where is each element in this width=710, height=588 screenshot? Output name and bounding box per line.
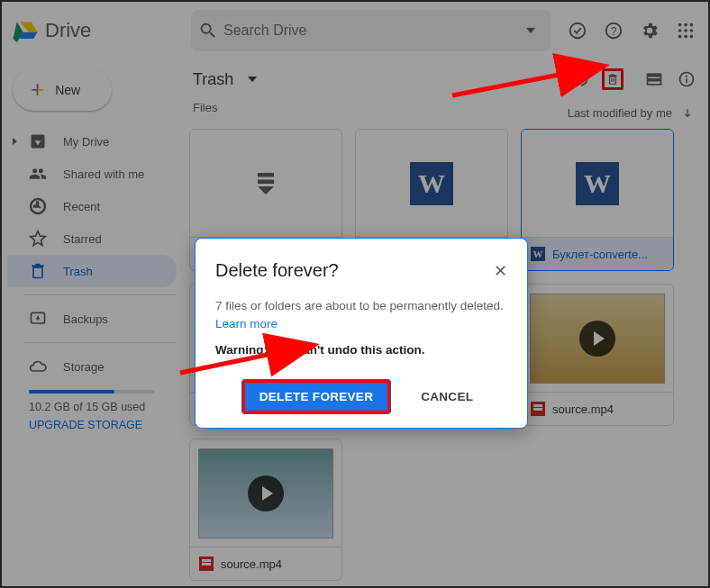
file-card[interactable]: source.mp4 xyxy=(521,284,674,426)
clock-icon xyxy=(29,197,47,215)
new-button[interactable]: + New xyxy=(13,68,112,111)
sidebar-item-label: Backups xyxy=(63,312,108,326)
delete-forever-button[interactable]: DELETE FOREVER xyxy=(242,380,390,413)
close-icon[interactable]: ✕ xyxy=(494,261,507,281)
sidebar-item-label: Storage xyxy=(63,360,105,374)
word-icon: W xyxy=(576,162,619,205)
restore-icon[interactable] xyxy=(569,68,591,90)
chevron-down-icon xyxy=(248,77,257,82)
svg-rect-25 xyxy=(258,179,274,184)
file-card[interactable]: source.mp4 xyxy=(189,439,342,581)
search-input[interactable] xyxy=(218,23,517,39)
cancel-button[interactable]: CANCEL xyxy=(414,380,480,413)
play-icon xyxy=(248,475,284,511)
logo[interactable]: Drive xyxy=(11,19,191,42)
sidebar-item-label: Trash xyxy=(63,265,93,278)
sort-control[interactable]: Last modified by me xyxy=(557,99,705,123)
word-icon: W xyxy=(410,162,453,205)
file-name: source.mp4 xyxy=(552,403,614,416)
svg-point-13 xyxy=(690,35,694,39)
backups-icon xyxy=(29,310,47,328)
new-label: New xyxy=(55,83,80,97)
location-label: Trash xyxy=(193,70,233,89)
cloud-icon xyxy=(29,357,47,375)
file-thumbnail xyxy=(190,130,341,238)
app-header: Drive ? xyxy=(2,2,708,59)
file-name: Буклет-converte... xyxy=(552,248,648,261)
sidebar-item-mydrive[interactable]: My Drive xyxy=(7,125,177,158)
apps-icon[interactable] xyxy=(676,21,696,41)
dialog-warning: Warning: You can't undo this action. xyxy=(215,343,507,357)
dialog-body: 7 files or folders are about to be perma… xyxy=(215,297,507,334)
file-thumbnail xyxy=(522,285,673,393)
toolbar: Trash xyxy=(186,59,705,99)
sidebar-item-storage[interactable]: Storage xyxy=(7,350,177,383)
drive-logo-icon xyxy=(11,19,38,42)
svg-point-7 xyxy=(690,23,694,27)
sidebar-item-backups[interactable]: Backups xyxy=(7,303,177,335)
section-label: Files xyxy=(186,99,224,118)
people-icon xyxy=(29,165,47,183)
sidebar-item-label: Starred xyxy=(63,232,102,246)
file-card[interactable]: W WБуклет-converte... xyxy=(521,129,674,271)
storage-bar xyxy=(29,390,155,394)
svg-point-10 xyxy=(690,29,694,32)
help-icon[interactable]: ? xyxy=(604,21,624,41)
sidebar-item-trash[interactable]: Trash xyxy=(7,255,177,287)
search-bar[interactable] xyxy=(191,10,551,51)
search-icon xyxy=(198,21,218,41)
trash-icon xyxy=(29,262,47,280)
svg-point-6 xyxy=(684,23,687,27)
svg-point-12 xyxy=(684,35,687,39)
ready-offline-icon[interactable] xyxy=(568,21,587,41)
svg-rect-24 xyxy=(258,173,274,177)
dialog-body-text: 7 files or folders are about to be perma… xyxy=(215,299,504,312)
sidebar-item-label: My Drive xyxy=(63,135,109,149)
star-icon xyxy=(29,230,47,248)
learn-more-link[interactable]: Learn more xyxy=(215,317,278,330)
svg-point-2 xyxy=(570,23,586,39)
dialog-title: Delete forever? xyxy=(215,260,339,281)
upgrade-storage-link[interactable]: UPGRADE STORAGE xyxy=(7,413,177,431)
svg-point-9 xyxy=(684,29,687,32)
plus-icon: + xyxy=(31,76,44,104)
svg-point-11 xyxy=(678,35,682,39)
sidebar-item-shared[interactable]: Shared with me xyxy=(7,158,177,190)
word-icon: W xyxy=(531,247,545,261)
video-file-icon xyxy=(199,556,214,571)
svg-rect-23 xyxy=(686,78,687,83)
file-thumbnail xyxy=(190,439,341,547)
info-icon[interactable] xyxy=(676,68,697,90)
sidebar-item-starred[interactable]: Starred xyxy=(7,222,177,255)
view-list-icon[interactable] xyxy=(643,68,665,90)
sidebar-item-recent[interactable]: Recent xyxy=(7,190,177,222)
svg-point-5 xyxy=(678,23,682,27)
sidebar: + New My Drive Shared with me Recent Sta… xyxy=(2,59,182,586)
storage-text: 10.2 GB of 15 GB used xyxy=(7,401,177,413)
settings-icon[interactable] xyxy=(640,21,660,41)
video-file-icon xyxy=(531,402,545,416)
sidebar-item-label: Recent xyxy=(63,200,100,213)
svg-point-8 xyxy=(678,29,682,32)
empty-trash-button[interactable] xyxy=(602,68,624,90)
svg-text:?: ? xyxy=(611,25,617,38)
product-name: Drive xyxy=(45,19,91,42)
file-name: source.mp4 xyxy=(221,557,282,571)
arrow-down-icon xyxy=(681,107,694,120)
delete-forever-dialog: Delete forever? ✕ 7 files or folders are… xyxy=(195,238,528,429)
sidebar-item-label: Shared with me xyxy=(63,167,144,181)
file-thumbnail: W xyxy=(356,130,507,238)
play-icon xyxy=(579,321,615,357)
file-thumbnail: W xyxy=(522,130,673,238)
drive-icon xyxy=(29,132,47,150)
location-dropdown[interactable]: Trash xyxy=(193,70,266,89)
search-options-icon[interactable] xyxy=(526,28,535,33)
sort-label: Last modified by me xyxy=(568,106,672,120)
svg-point-22 xyxy=(686,76,687,77)
